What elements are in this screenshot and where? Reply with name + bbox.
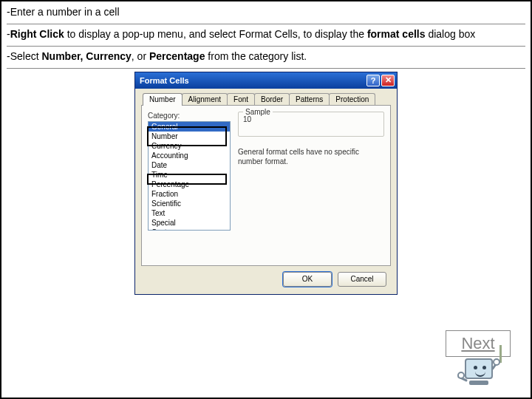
text-bold: Number, Currency (41, 50, 131, 62)
instruction-line-1: -Enter a number in a cell (7, 5, 525, 24)
text: -Select (7, 50, 41, 62)
tab-alignment[interactable]: Alignment (182, 93, 228, 106)
text: to display a pop-up menu, and select For… (64, 28, 367, 40)
text-bold: Percentage (149, 50, 205, 62)
sample-label: Sample (243, 108, 273, 116)
instruction-line-2: -Right Click to display a pop-up menu, a… (7, 27, 525, 47)
category-item-currency[interactable]: Currency (149, 141, 230, 151)
text: -Enter a number in a cell (7, 6, 120, 18)
category-item-special[interactable]: Special (149, 218, 230, 228)
text-bold: Right Click (10, 28, 64, 40)
tab-panel-number: Category: General Number Currency Accoun… (141, 105, 391, 266)
text: from the category list. (205, 50, 307, 62)
category-item-custom[interactable]: Custom (149, 228, 230, 231)
sample-value: 10 (243, 115, 251, 123)
tab-font[interactable]: Font (227, 93, 255, 106)
category-item-scientific[interactable]: Scientific (149, 199, 230, 208)
category-item-time[interactable]: Time (149, 170, 230, 180)
help-button[interactable]: ? (366, 75, 380, 86)
text-bold: format cells (367, 28, 426, 40)
category-description: General format cells have no specific nu… (238, 147, 371, 166)
category-item-accounting[interactable]: Accounting (149, 151, 230, 160)
ok-button[interactable]: OK (283, 272, 332, 287)
tab-number[interactable]: Number (143, 93, 183, 106)
dialog-titlebar[interactable]: Format Cells ? ✕ (135, 72, 397, 89)
dialog-tabstrip: Number Alignment Font Border Patterns Pr… (143, 93, 391, 106)
instruction-line-3: -Select Number, Currency, or Percentage … (7, 50, 525, 69)
category-item-number[interactable]: Number (149, 132, 230, 141)
tab-protection[interactable]: Protection (329, 93, 375, 106)
category-listbox[interactable]: General Number Currency Accounting Date … (148, 121, 231, 231)
close-button[interactable]: ✕ (381, 75, 395, 86)
text: , or (132, 50, 149, 62)
category-item-fraction[interactable]: Fraction (149, 189, 230, 199)
category-item-percentage[interactable]: Percentage (149, 180, 230, 189)
instructions-block: -Enter a number in a cell -Right Click t… (1, 1, 531, 69)
tab-border[interactable]: Border (254, 93, 290, 106)
mascot-icon (459, 358, 505, 389)
dialog-title: Format Cells (140, 76, 189, 85)
category-label: Category: (148, 112, 231, 120)
next-card: Next (446, 330, 511, 388)
help-icon: ? (371, 76, 376, 85)
category-item-date[interactable]: Date (149, 160, 230, 170)
format-cells-dialog: Format Cells ? ✕ Number Alignment Font B… (134, 72, 398, 295)
text: dialog box (426, 28, 476, 40)
category-item-text[interactable]: Text (149, 208, 230, 218)
tab-patterns[interactable]: Patterns (289, 93, 330, 106)
close-icon: ✕ (385, 75, 392, 85)
sample-box: Sample 10 (238, 112, 384, 137)
cancel-button[interactable]: Cancel (338, 272, 386, 287)
category-item-general[interactable]: General (149, 122, 230, 132)
